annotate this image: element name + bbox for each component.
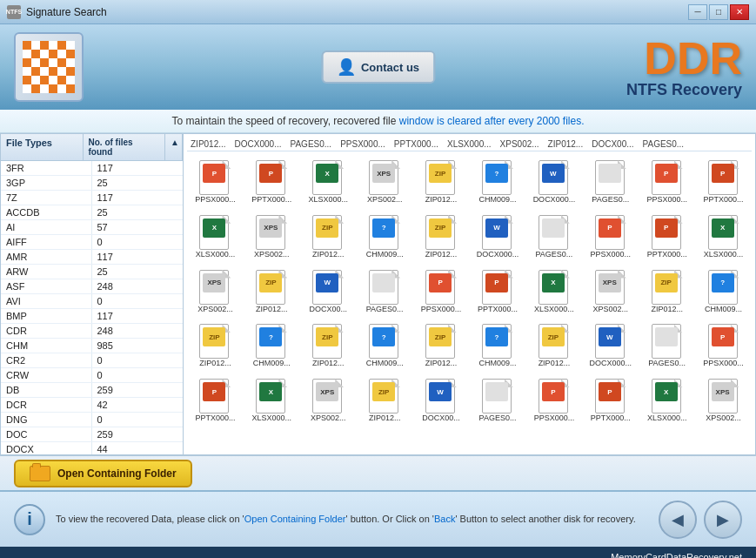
grid-item[interactable]: PAGES0... <box>357 265 413 316</box>
grid-item[interactable]: W DOCX00... <box>300 265 357 316</box>
file-grid-panel[interactable]: ZIP012...DOCX000...PAGES0...PPSX000...PP… <box>184 134 755 454</box>
grid-item[interactable]: P PPTX000... <box>244 155 300 206</box>
grid-item[interactable]: XPS XPS002... <box>244 210 300 261</box>
grid-item[interactable]: ? CHM009... <box>470 155 526 206</box>
file-row[interactable]: CR20 <box>1 353 183 368</box>
grid-item[interactable]: P PPSX000... <box>639 155 695 206</box>
grid-item[interactable]: P PPTX000... <box>582 373 639 425</box>
grid-item[interactable]: P PPSX000... <box>695 319 752 370</box>
grid-item[interactable]: XPS XPS002... <box>187 265 244 316</box>
grid-item[interactable]: ZIP ZIP012... <box>413 319 470 370</box>
file-row[interactable]: DOCX44 <box>1 442 183 454</box>
sort-arrow[interactable]: ▲ <box>165 134 183 160</box>
grid-item[interactable]: X XLSX000... <box>525 265 582 316</box>
grid-item[interactable]: PAGES0... <box>582 155 639 206</box>
file-row[interactable]: CHM985 <box>1 339 183 353</box>
grid-item[interactable]: ZIP ZIP012... <box>413 155 470 206</box>
file-count-cell: 117 <box>92 191 184 205</box>
grid-item[interactable]: ? CHM009... <box>695 265 752 316</box>
file-row[interactable]: DNG0 <box>1 413 183 427</box>
file-icon-overlay: ZIP <box>372 382 395 401</box>
file-row[interactable]: ARW25 <box>1 265 183 279</box>
maximize-button[interactable]: □ <box>709 4 728 20</box>
file-row[interactable]: DCR42 <box>1 398 183 413</box>
file-count-cell: 25 <box>92 176 184 190</box>
file-row[interactable]: ACCDB25 <box>1 205 183 220</box>
file-icon-wrapper: P <box>482 266 513 303</box>
file-icon-overlay: ZIP <box>316 327 338 346</box>
file-row[interactable]: 3FR117 <box>1 161 183 176</box>
grid-item[interactable]: X XLSX000... <box>639 373 695 425</box>
file-row[interactable]: BMP117 <box>1 309 183 324</box>
grid-item[interactable]: PAGES0... <box>639 319 695 370</box>
grid-item[interactable]: ZIP ZIP012... <box>639 265 695 316</box>
file-icon-wrapper: ZIP <box>312 212 344 248</box>
file-row[interactable]: CRW0 <box>1 368 183 383</box>
file-row[interactable]: 3GP25 <box>1 176 183 191</box>
file-icon-wrapper: P <box>199 157 231 193</box>
grid-item[interactable]: XPS XPS002... <box>695 373 752 425</box>
file-row[interactable]: 7Z117 <box>1 191 183 205</box>
grid-item[interactable]: ZIP ZIP012... <box>413 210 470 261</box>
contact-button[interactable]: 👤 Contact us <box>321 50 435 84</box>
file-icon-wrapper: XPS <box>256 212 287 248</box>
forward-button[interactable]: ▶ <box>704 501 742 539</box>
grid-item[interactable]: P PPSX000... <box>413 265 470 316</box>
grid-item[interactable]: ? CHM009... <box>470 319 526 370</box>
grid-item[interactable]: W DOCX00... <box>413 373 470 425</box>
main-content: File Types No. of No. of files foundfile… <box>0 133 756 455</box>
file-type-cell: ASF <box>1 279 92 293</box>
grid-item[interactable]: PAGES0... <box>525 210 582 261</box>
open-folder-button[interactable]: Open Containing Folder <box>14 460 192 487</box>
grid-item[interactable]: P PPTX000... <box>695 155 752 206</box>
grid-item[interactable]: ? CHM009... <box>357 319 413 370</box>
file-row[interactable]: CDR248 <box>1 324 183 339</box>
minimize-button[interactable]: ─ <box>688 4 707 20</box>
file-row[interactable]: ASF248 <box>1 279 183 294</box>
file-icon-overlay <box>542 218 565 238</box>
back-button[interactable]: ◀ <box>659 501 697 539</box>
grid-item[interactable]: ZIP ZIP012... <box>525 319 582 370</box>
file-count-cell: 0 <box>92 413 184 427</box>
file-label: ZIP012... <box>312 250 345 259</box>
grid-item[interactable]: P PPTX000... <box>639 210 695 261</box>
file-row[interactable]: AVI0 <box>1 294 183 309</box>
file-list[interactable]: 3FR1173GP257Z117ACCDB25AI57AIFF0AMR117AR… <box>1 161 183 454</box>
file-icon-wrapper: W <box>425 375 457 412</box>
grid-item[interactable]: ZIP ZIP012... <box>357 373 413 425</box>
grid-item[interactable]: X XLSX000... <box>300 155 357 206</box>
grid-item[interactable]: X XLSX000... <box>695 210 752 261</box>
grid-item[interactable]: XPS XPS002... <box>582 265 639 316</box>
file-count-cell: 57 <box>92 220 184 234</box>
grid-item[interactable]: X XLSX000... <box>187 210 244 261</box>
grid-item[interactable]: ZIP ZIP012... <box>187 319 244 370</box>
file-label: ZIP012... <box>539 359 571 368</box>
grid-item[interactable]: W DOCX000... <box>470 210 526 261</box>
file-row[interactable]: AI57 <box>1 220 183 235</box>
grid-item[interactable]: XPS XPS002... <box>300 373 357 425</box>
file-row[interactable]: AMR117 <box>1 250 183 265</box>
grid-item[interactable]: P PPTX000... <box>187 373 244 425</box>
grid-item[interactable]: X XLSX000... <box>244 373 300 425</box>
file-icon-overlay: P <box>542 382 565 401</box>
file-row[interactable]: AIFF0 <box>1 235 183 250</box>
grid-item[interactable]: P PPSX000... <box>187 155 244 206</box>
grid-item[interactable]: ZIP ZIP012... <box>300 319 357 370</box>
grid-item[interactable]: ? CHM009... <box>244 319 300 370</box>
grid-item[interactable]: PAGES0... <box>470 373 526 425</box>
grid-item[interactable]: ZIP ZIP012... <box>300 210 357 261</box>
grid-item[interactable]: P PPSX000... <box>582 210 639 261</box>
grid-item[interactable]: ZIP ZIP012... <box>244 265 300 316</box>
grid-item[interactable]: W DOCX000... <box>525 155 582 206</box>
close-button[interactable]: ✕ <box>730 4 749 20</box>
file-row[interactable]: DB259 <box>1 383 183 398</box>
file-row[interactable]: DOC259 <box>1 427 183 442</box>
file-icon-overlay <box>485 382 508 401</box>
grid-item[interactable]: P PPTX000... <box>470 265 526 316</box>
file-icon-overlay: X <box>203 218 225 238</box>
grid-item[interactable]: XPS XPS002... <box>357 155 413 206</box>
grid-item[interactable]: W DOCX000... <box>582 319 639 370</box>
grid-item[interactable]: ? CHM009... <box>357 210 413 261</box>
grid-item[interactable]: P PPSX000... <box>525 373 582 425</box>
file-icon-overlay <box>599 164 621 183</box>
